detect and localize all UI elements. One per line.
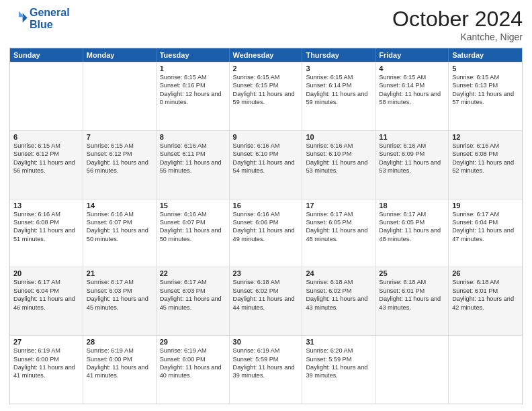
day-number: 11: [379, 133, 445, 141]
day-number: 18: [379, 201, 445, 210]
sunrise-text: Sunrise: 6:16 AM: [87, 210, 152, 218]
header-sunday: Sunday: [10, 48, 83, 62]
sunset-text: Sunset: 6:00 PM: [160, 355, 226, 363]
daylight-text: Daylight: 11 hours and 47 minutes.: [452, 226, 519, 243]
sunset-text: Sunset: 6:00 PM: [13, 355, 79, 363]
day-number: 16: [233, 201, 299, 210]
sunrise-text: Sunrise: 6:18 AM: [233, 278, 299, 286]
calendar-week-5: 27Sunrise: 6:19 AMSunset: 6:00 PMDayligh…: [10, 335, 522, 404]
day-number: 14: [87, 201, 152, 210]
daylight-text: Daylight: 11 hours and 42 minutes.: [452, 295, 519, 312]
calendar-cell: 6Sunrise: 6:15 AMSunset: 6:12 PMDaylight…: [10, 131, 83, 199]
sunset-text: Sunset: 6:08 PM: [13, 218, 79, 226]
calendar-cell: 29Sunrise: 6:19 AMSunset: 6:00 PMDayligh…: [157, 336, 230, 404]
sunset-text: Sunset: 5:59 PM: [233, 355, 299, 363]
day-number: 28: [87, 338, 152, 346]
daylight-text: Daylight: 11 hours and 53 minutes.: [379, 158, 445, 175]
header-friday: Friday: [375, 48, 449, 62]
sunrise-text: Sunrise: 6:17 AM: [452, 210, 519, 218]
sunset-text: Sunset: 6:01 PM: [452, 287, 519, 295]
daylight-text: Daylight: 11 hours and 59 minutes.: [233, 90, 299, 107]
daylight-text: Daylight: 11 hours and 39 minutes.: [306, 363, 371, 380]
header-saturday: Saturday: [449, 48, 522, 62]
calendar-cell: 8Sunrise: 6:16 AMSunset: 6:11 PMDaylight…: [157, 131, 230, 199]
daylight-text: Daylight: 11 hours and 53 minutes.: [306, 158, 371, 175]
calendar-cell: 27Sunrise: 6:19 AMSunset: 6:00 PMDayligh…: [10, 336, 83, 404]
calendar-cell: 31Sunrise: 6:20 AMSunset: 5:59 PMDayligh…: [302, 336, 375, 404]
daylight-text: Daylight: 12 hours and 0 minutes.: [160, 90, 226, 107]
day-number: 4: [379, 64, 445, 73]
sunset-text: Sunset: 6:00 PM: [87, 355, 152, 363]
calendar: Sunday Monday Tuesday Wednesday Thursday…: [9, 48, 523, 404]
sunset-text: Sunset: 6:11 PM: [160, 150, 226, 158]
daylight-text: Daylight: 11 hours and 51 minutes.: [13, 226, 79, 243]
sunrise-text: Sunrise: 6:16 AM: [379, 142, 445, 150]
sunset-text: Sunset: 6:15 PM: [233, 81, 299, 89]
sunrise-text: Sunrise: 6:15 AM: [160, 73, 226, 81]
sunset-text: Sunset: 6:04 PM: [452, 218, 519, 226]
sunset-text: Sunset: 6:03 PM: [87, 287, 152, 295]
calendar-cell: 16Sunrise: 6:16 AMSunset: 6:06 PMDayligh…: [230, 199, 303, 267]
daylight-text: Daylight: 11 hours and 43 minutes.: [306, 295, 371, 312]
sunset-text: Sunset: 6:01 PM: [379, 287, 445, 295]
sunrise-text: Sunrise: 6:15 AM: [13, 142, 79, 150]
month-title: October 2024: [392, 7, 523, 32]
daylight-text: Daylight: 11 hours and 43 minutes.: [379, 295, 445, 312]
day-number: 29: [160, 338, 226, 346]
day-number: 5: [452, 64, 519, 73]
header-thursday: Thursday: [302, 48, 375, 62]
day-number: 30: [233, 338, 299, 346]
sunrise-text: Sunrise: 6:19 AM: [13, 347, 79, 355]
day-number: 17: [306, 201, 371, 210]
day-number: 21: [87, 269, 152, 277]
sunset-text: Sunset: 6:05 PM: [306, 218, 371, 226]
daylight-text: Daylight: 11 hours and 45 minutes.: [87, 295, 152, 312]
day-number: 7: [87, 133, 152, 141]
day-number: 12: [452, 133, 519, 141]
logo-text: General Blue: [30, 7, 70, 30]
sunrise-text: Sunrise: 6:16 AM: [233, 142, 299, 150]
sunset-text: Sunset: 6:08 PM: [452, 150, 519, 158]
sunset-text: Sunset: 6:16 PM: [160, 81, 226, 89]
day-number: 13: [13, 201, 79, 210]
sunrise-text: Sunrise: 6:17 AM: [87, 278, 152, 286]
calendar-week-2: 6Sunrise: 6:15 AMSunset: 6:12 PMDaylight…: [10, 130, 522, 199]
daylight-text: Daylight: 11 hours and 56 minutes.: [87, 158, 152, 175]
daylight-text: Daylight: 11 hours and 55 minutes.: [160, 158, 226, 175]
header-monday: Monday: [83, 48, 157, 62]
day-number: 24: [306, 269, 371, 277]
calendar-cell: 9Sunrise: 6:16 AMSunset: 6:10 PMDaylight…: [230, 131, 303, 199]
day-number: 25: [379, 269, 445, 277]
daylight-text: Daylight: 11 hours and 56 minutes.: [13, 158, 79, 175]
sunset-text: Sunset: 5:59 PM: [306, 355, 371, 363]
sunrise-text: Sunrise: 6:16 AM: [306, 142, 371, 150]
calendar-week-4: 20Sunrise: 6:17 AMSunset: 6:04 PMDayligh…: [10, 267, 522, 335]
day-number: 20: [13, 269, 79, 277]
sunrise-text: Sunrise: 6:17 AM: [13, 278, 79, 286]
daylight-text: Daylight: 11 hours and 41 minutes.: [87, 363, 152, 380]
header-wednesday: Wednesday: [230, 48, 303, 62]
sunrise-text: Sunrise: 6:19 AM: [87, 347, 152, 355]
calendar-cell: [375, 336, 449, 404]
sunset-text: Sunset: 6:07 PM: [87, 218, 152, 226]
calendar-cell: 28Sunrise: 6:19 AMSunset: 6:00 PMDayligh…: [83, 336, 157, 404]
calendar-cell: 18Sunrise: 6:17 AMSunset: 6:05 PMDayligh…: [375, 199, 449, 267]
day-number: 27: [13, 338, 79, 346]
sunrise-text: Sunrise: 6:15 AM: [306, 73, 371, 81]
calendar-cell: 5Sunrise: 6:15 AMSunset: 6:13 PMDaylight…: [449, 62, 522, 130]
calendar-cell: 2Sunrise: 6:15 AMSunset: 6:15 PMDaylight…: [230, 62, 303, 130]
calendar-cell: 23Sunrise: 6:18 AMSunset: 6:02 PMDayligh…: [230, 267, 303, 335]
daylight-text: Daylight: 11 hours and 50 minutes.: [160, 226, 226, 243]
sunrise-text: Sunrise: 6:16 AM: [233, 210, 299, 218]
day-number: 31: [306, 338, 371, 346]
sunrise-text: Sunrise: 6:15 AM: [233, 73, 299, 81]
title-block: October 2024 Kantche, Niger: [392, 7, 523, 42]
sunrise-text: Sunrise: 6:18 AM: [306, 278, 371, 286]
sunrise-text: Sunrise: 6:15 AM: [379, 73, 445, 81]
calendar-cell: 24Sunrise: 6:18 AMSunset: 6:02 PMDayligh…: [302, 267, 375, 335]
sunrise-text: Sunrise: 6:19 AM: [160, 347, 226, 355]
day-number: 8: [160, 133, 226, 141]
calendar-cell: 14Sunrise: 6:16 AMSunset: 6:07 PMDayligh…: [83, 199, 157, 267]
daylight-text: Daylight: 11 hours and 58 minutes.: [379, 90, 445, 107]
calendar-cell: [83, 62, 157, 130]
